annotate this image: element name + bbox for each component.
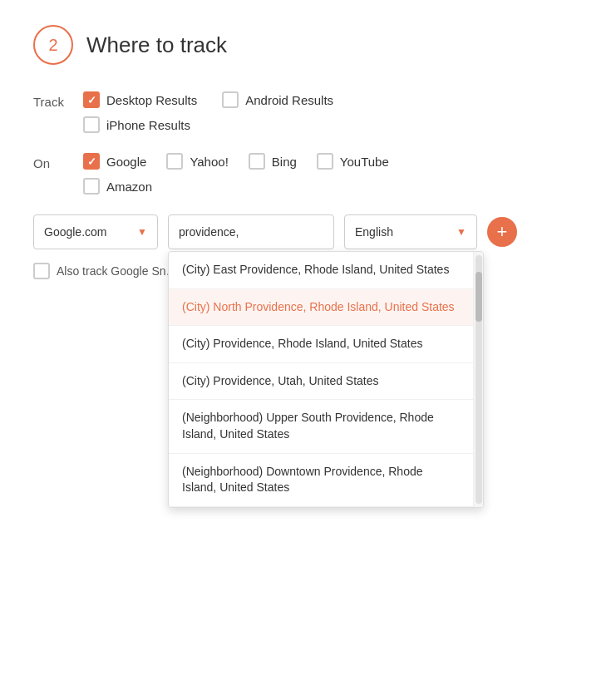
on-google-label: Google <box>106 155 146 169</box>
track-row: Track Desktop Results Android Results iP… <box>33 91 583 133</box>
autocomplete-list: (City) East Providence, Rhode Island, Un… <box>169 252 473 507</box>
autocomplete-item-6[interactable]: (Neighborhood) Downtown Providence, Rhod… <box>169 454 473 507</box>
track-label: Track <box>33 91 83 109</box>
on-yahoo-item[interactable]: Yahoo! <box>166 153 228 170</box>
track-iphone-item[interactable]: iPhone Results <box>83 116 197 133</box>
on-yahoo-checkbox[interactable] <box>166 153 183 170</box>
also-track-checkbox[interactable] <box>33 263 50 279</box>
track-android-label: Android Results <box>245 93 333 107</box>
section-title: Where to track <box>86 32 227 58</box>
on-youtube-item[interactable]: YouTube <box>317 153 389 170</box>
add-button-icon: + <box>497 221 508 243</box>
on-google-checkbox[interactable] <box>83 153 100 170</box>
on-bing-checkbox[interactable] <box>249 153 265 170</box>
autocomplete-item-5[interactable]: (Neighborhood) Upper South Providence, R… <box>169 400 473 453</box>
language-dropdown-value: English <box>355 225 393 239</box>
track-iphone-checkbox[interactable] <box>83 116 100 133</box>
domain-dropdown-arrow: ▼ <box>137 226 147 238</box>
domain-dropdown-value: Google.com <box>44 225 106 239</box>
track-desktop-label: Desktop Results <box>106 93 197 107</box>
autocomplete-item-1-text: (City) East Providence, Rhode Island, Un… <box>182 263 449 276</box>
on-amazon-label: Amazon <box>106 180 152 194</box>
autocomplete-item-3-text: (City) Providence, Rhode Island, United … <box>182 337 422 350</box>
autocomplete-scrollbar[interactable] <box>473 252 483 507</box>
track-android-checkbox[interactable] <box>222 91 239 108</box>
add-button[interactable]: + <box>487 217 517 247</box>
on-bing-label: Bing <box>272 155 297 169</box>
on-row: On Google Yahoo! Bing YouTube Amaz <box>33 153 583 195</box>
controls-row: Google.com ▼ (City) East Providence, Rho… <box>33 214 583 249</box>
on-amazon-item[interactable]: Amazon <box>83 178 152 195</box>
on-amazon-checkbox[interactable] <box>83 178 100 195</box>
on-youtube-label: YouTube <box>340 155 389 169</box>
track-android-item[interactable]: Android Results <box>222 91 333 108</box>
on-checkboxes: Google Yahoo! Bing YouTube Amazon <box>83 153 389 195</box>
on-yahoo-label: Yahoo! <box>190 155 228 169</box>
autocomplete-item-5-text: (Neighborhood) Upper South Providence, R… <box>182 411 434 441</box>
language-dropdown-arrow: ▼ <box>456 226 466 238</box>
autocomplete-item-6-text: (Neighborhood) Downtown Providence, Rhod… <box>182 465 423 495</box>
language-dropdown[interactable]: English ▼ <box>344 214 477 249</box>
step-circle: 2 <box>33 25 73 65</box>
autocomplete-item-4-text: (City) Providence, Utah, United States <box>182 374 379 387</box>
domain-dropdown[interactable]: Google.com ▼ <box>33 214 158 249</box>
autocomplete-item-2-text: (City) North Providence, Rhode Island, U… <box>182 300 455 313</box>
autocomplete-item-1[interactable]: (City) East Providence, Rhode Island, Un… <box>169 252 473 289</box>
autocomplete-item-4[interactable]: (City) Providence, Utah, United States <box>169 363 473 401</box>
on-label: On <box>33 153 83 170</box>
also-track-label-text: Also track Google Sn <box>57 264 166 278</box>
scrollbar-thumb[interactable] <box>476 272 482 322</box>
autocomplete-item-2[interactable]: (City) North Providence, Rhode Island, U… <box>169 289 473 327</box>
track-desktop-checkbox[interactable] <box>83 91 100 108</box>
track-desktop-item[interactable]: Desktop Results <box>83 91 197 108</box>
on-youtube-checkbox[interactable] <box>317 153 333 170</box>
track-iphone-label: iPhone Results <box>106 118 190 132</box>
section-header: 2 Where to track <box>33 25 583 65</box>
on-google-item[interactable]: Google <box>83 153 146 170</box>
scrollbar-track[interactable] <box>476 255 482 504</box>
location-input[interactable] <box>168 214 334 249</box>
on-bing-item[interactable]: Bing <box>249 153 297 170</box>
track-checkboxes: Desktop Results Android Results iPhone R… <box>83 91 358 133</box>
step-number: 2 <box>48 36 57 55</box>
autocomplete-item-3[interactable]: (City) Providence, Rhode Island, United … <box>169 326 473 363</box>
autocomplete-dropdown: (City) East Providence, Rhode Island, Un… <box>168 251 484 508</box>
location-input-container: (City) East Providence, Rhode Island, Un… <box>168 214 334 249</box>
